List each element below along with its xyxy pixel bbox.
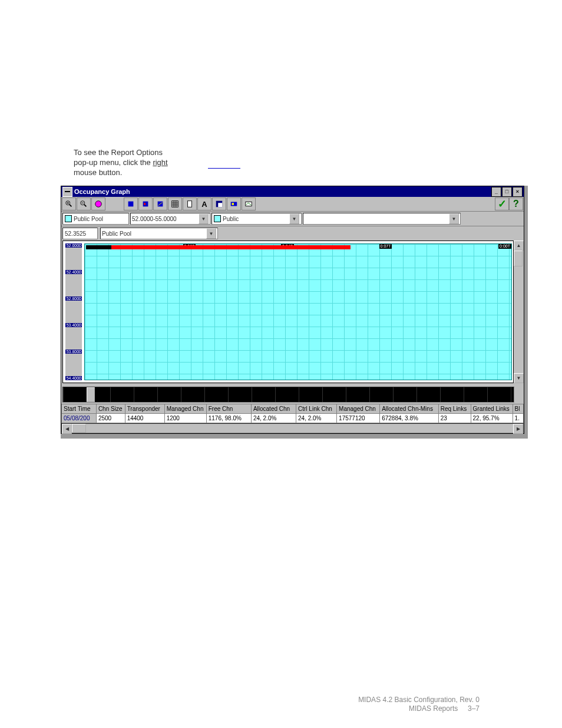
svg-line-1 bbox=[70, 205, 72, 207]
blank-combo-1[interactable]: ▼ bbox=[303, 213, 461, 225]
pool-label: Public Pool bbox=[74, 216, 103, 222]
th[interactable]: Start Time bbox=[62, 404, 97, 414]
dropdown-icon[interactable]: ▼ bbox=[289, 213, 299, 224]
document-icon[interactable] bbox=[183, 197, 197, 210]
xtick: 0:07T bbox=[379, 244, 392, 249]
zoom-out-icon[interactable] bbox=[77, 197, 91, 210]
overview-thumb[interactable] bbox=[87, 387, 95, 402]
svg-rect-10 bbox=[144, 203, 146, 205]
svg-rect-8 bbox=[128, 202, 134, 207]
chart-icon-1[interactable] bbox=[124, 197, 138, 210]
occupancy-bar-black bbox=[86, 245, 111, 249]
td: 672884, 3.8% bbox=[380, 414, 439, 423]
page-footer: MIDAS 4.2 Basic Configuration, Rev. 0 MI… bbox=[358, 696, 480, 713]
occupancy-graph[interactable]: 52.0000 52.4000 52.8000 53.4000 53.8000 … bbox=[62, 241, 514, 383]
range-value: 52.0000-55.0000 bbox=[132, 216, 177, 222]
instruction-line2a: pop-up menu, click the bbox=[74, 158, 153, 167]
instruction-text: To see the Report Options pop-up menu, c… bbox=[74, 147, 168, 177]
td: 2500 bbox=[96, 414, 125, 423]
globe-icon[interactable] bbox=[91, 197, 105, 210]
frequency-value: 52.3525 bbox=[65, 230, 86, 237]
dropdown-icon[interactable]: ▼ bbox=[449, 213, 459, 224]
scroll-thumb[interactable] bbox=[514, 251, 523, 266]
scroll-down-icon[interactable]: ▼ bbox=[514, 373, 524, 383]
table-row[interactable]: 05/08/200 2500 14400 1200 1176, 98.0% 24… bbox=[62, 414, 524, 423]
help-button[interactable]: ? bbox=[509, 197, 523, 210]
view-icon-1[interactable] bbox=[227, 197, 241, 210]
overview-track[interactable] bbox=[62, 387, 514, 403]
data-table: Start Time Chn Size Transponder Managed … bbox=[61, 404, 524, 423]
td: 22, 95.7% bbox=[471, 414, 513, 423]
frequency-field[interactable]: 52.3525 bbox=[62, 228, 98, 239]
td: 24, 2.0% bbox=[251, 414, 296, 423]
group-field: Public ▼ bbox=[211, 213, 302, 225]
th[interactable]: Granted Links bbox=[471, 404, 513, 414]
ylabel: 54.4000 bbox=[65, 376, 82, 380]
pool-swatch-icon bbox=[65, 215, 72, 222]
th[interactable]: Ctrl Link Chn bbox=[296, 404, 337, 414]
chart-icon-2[interactable] bbox=[138, 197, 153, 210]
table-head: Start Time Chn Size Transponder Managed … bbox=[62, 404, 524, 414]
view-icon-2[interactable] bbox=[242, 197, 256, 210]
group-swatch-icon bbox=[214, 215, 221, 222]
th[interactable]: Managed Chn bbox=[337, 404, 380, 414]
selector-row-1: Public Pool 52.0000-55.0000 ▼ Public ▼ ▼ bbox=[61, 212, 524, 226]
maximize-button[interactable]: □ bbox=[502, 187, 512, 197]
th[interactable]: Managed Chn bbox=[164, 404, 206, 414]
y-axis: 52.0000 52.4000 52.8000 53.4000 53.8000 … bbox=[65, 243, 82, 380]
th[interactable]: Bl bbox=[513, 404, 523, 414]
svg-rect-18 bbox=[188, 201, 192, 207]
callout-line bbox=[208, 168, 240, 169]
titlebar[interactable]: Occupancy Graph _ □ × bbox=[61, 186, 524, 197]
system-menu-icon[interactable] bbox=[62, 187, 72, 197]
pool-combo[interactable]: Public Pool ▼ bbox=[100, 228, 218, 239]
color-icon[interactable] bbox=[212, 197, 226, 210]
scroll-thumb[interactable] bbox=[72, 424, 86, 433]
instruction-line2-underline: right bbox=[153, 158, 167, 167]
svg-rect-20 bbox=[218, 203, 222, 207]
ylabel: 52.4000 bbox=[65, 270, 82, 274]
vertical-scrollbar[interactable]: ▲ ▼ bbox=[514, 241, 523, 383]
svg-line-5 bbox=[84, 205, 87, 207]
occupancy-bar bbox=[86, 245, 351, 249]
td: 1200 bbox=[164, 414, 206, 423]
svg-point-7 bbox=[95, 201, 102, 207]
th[interactable]: Allocated Chn bbox=[251, 404, 296, 414]
xtick: 0:00T bbox=[498, 244, 511, 249]
confirm-button[interactable]: ✓ bbox=[495, 197, 509, 210]
scroll-left-icon[interactable]: ◀ bbox=[62, 424, 72, 434]
font-icon[interactable]: A bbox=[197, 197, 211, 210]
td: 1. bbox=[513, 414, 523, 423]
close-button[interactable]: × bbox=[513, 187, 523, 197]
overview-grid bbox=[63, 387, 514, 402]
ylabel: 52.0000 bbox=[65, 243, 82, 248]
toolbar: A ✓ ? bbox=[61, 197, 524, 212]
instruction-line1: To see the Report Options bbox=[74, 148, 163, 157]
chart-icon-3[interactable] bbox=[153, 197, 167, 210]
th[interactable]: Free Chn bbox=[206, 404, 251, 414]
svg-rect-22 bbox=[232, 203, 234, 205]
svg-rect-13 bbox=[172, 201, 178, 207]
th[interactable]: Allocated Chn-Mins bbox=[380, 404, 439, 414]
plot-area[interactable]: 0:02T 0:04T 0:07T 0:00T bbox=[84, 243, 512, 380]
zoom-in-icon[interactable] bbox=[62, 197, 76, 210]
th[interactable]: Req Links bbox=[438, 404, 471, 414]
ylabel: 53.8000 bbox=[65, 350, 82, 354]
td: 05/08/200 bbox=[62, 414, 97, 423]
dropdown-icon[interactable]: ▼ bbox=[199, 213, 209, 224]
scroll-right-icon[interactable]: ▶ bbox=[513, 424, 523, 434]
minimize-button[interactable]: _ bbox=[491, 187, 501, 197]
scroll-up-icon[interactable]: ▲ bbox=[514, 241, 524, 251]
ylabel: 53.4000 bbox=[65, 323, 82, 327]
td: 14400 bbox=[125, 414, 164, 423]
dropdown-icon[interactable]: ▼ bbox=[206, 228, 216, 239]
horizontal-scrollbar[interactable]: ◀ ▶ bbox=[61, 423, 524, 433]
footer-section: MIDAS Reports bbox=[409, 704, 458, 713]
td: 23 bbox=[438, 414, 471, 423]
svg-rect-23 bbox=[246, 202, 252, 206]
grid-icon[interactable] bbox=[168, 197, 182, 210]
th[interactable]: Transponder bbox=[125, 404, 164, 414]
group-label: Public bbox=[223, 216, 239, 222]
th[interactable]: Chn Size bbox=[96, 404, 125, 414]
range-combo[interactable]: 52.0000-55.0000 ▼ bbox=[130, 213, 210, 225]
